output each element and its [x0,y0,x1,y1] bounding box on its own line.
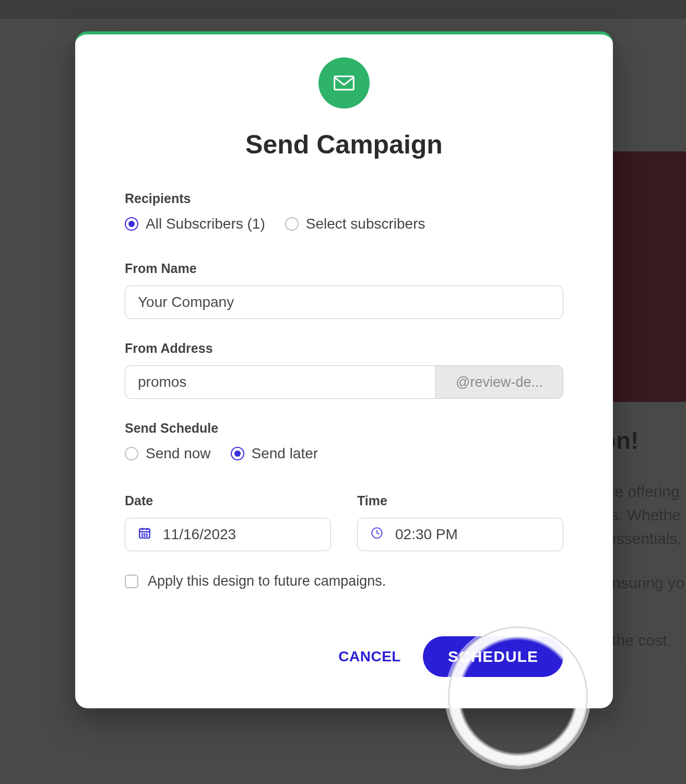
radio-label: All Subscribers (1) [146,216,265,232]
radio-label: Select subscribers [306,216,425,232]
radio-label: Send later [252,445,318,462]
date-value: 11/16/2023 [163,526,236,543]
radio-indicator-icon [125,447,138,460]
time-picker[interactable]: 02:30 PM [357,518,563,551]
date-label: Date [125,493,331,508]
from-name-input[interactable] [125,286,563,319]
from-address-input[interactable] [125,365,435,399]
radio-send-now[interactable]: Send now [125,445,211,462]
from-address-row: @review-de... [125,365,563,399]
svg-point-5 [142,533,143,534]
recipients-label: Recipients [125,191,563,206]
radio-select-subscribers[interactable]: Select subscribers [285,216,425,232]
calendar-icon [138,526,151,543]
send-schedule-label: Send Schedule [125,421,563,436]
svg-point-7 [147,533,147,534]
radio-indicator-icon [125,217,138,231]
svg-point-9 [144,536,145,536]
mail-icon [318,57,370,109]
radio-send-later[interactable]: Send later [231,445,318,462]
modal-title: Send Campaign [112,129,576,160]
from-address-domain: @review-de... [435,365,563,399]
send-campaign-modal: Send Campaign Recipients All Subscribers… [75,31,613,708]
schedule-button[interactable]: SCHEDULE [423,636,563,677]
from-name-label: From Name [125,261,563,276]
radio-indicator-icon [285,217,299,231]
time-label: Time [357,493,563,508]
radio-label: Send now [146,445,211,462]
apply-future-checkbox-row[interactable]: Apply this design to future campaigns. [125,573,563,589]
recipients-radio-group: All Subscribers (1) Select subscribers [125,216,563,232]
radio-all-subscribers[interactable]: All Subscribers (1) [125,216,265,232]
clock-icon [370,526,384,543]
svg-rect-0 [335,76,354,90]
cancel-button[interactable]: CANCEL [328,639,411,674]
svg-point-10 [147,536,147,536]
svg-point-6 [144,533,145,534]
schedule-radio-group: Send now Send later [125,445,563,462]
checkbox-icon [125,575,138,588]
svg-point-8 [142,536,143,536]
from-address-label: From Address [125,341,563,356]
radio-indicator-icon [231,447,244,460]
time-value: 02:30 PM [395,526,458,543]
apply-future-label: Apply this design to future campaigns. [148,573,386,589]
modal-actions: CANCEL SCHEDULE [125,636,563,677]
date-picker[interactable]: 11/16/2023 [125,518,331,551]
